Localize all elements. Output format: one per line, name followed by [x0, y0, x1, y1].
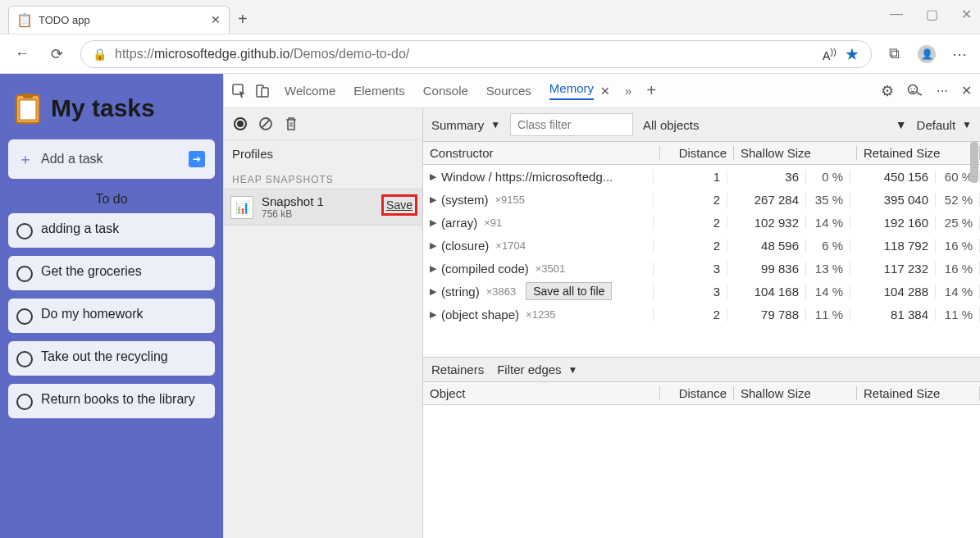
task-item[interactable]: Return books to the library	[8, 384, 215, 418]
summary-dropdown[interactable]: Summary▼	[431, 118, 500, 132]
back-button[interactable]: ←	[11, 45, 33, 62]
cell-constructor: ▶(closure)×1704	[423, 239, 654, 253]
cell-distance: 2	[654, 216, 727, 230]
favorite-star-icon[interactable]: ★	[845, 44, 859, 64]
url-text: https://microsoftedge.github.io/Demos/de…	[115, 47, 409, 62]
record-icon[interactable]	[234, 117, 247, 130]
col-r-shallow[interactable]: Shallow Size	[734, 386, 857, 400]
retainers-header: Object Distance Shallow Size Retained Si…	[423, 382, 980, 405]
col-shallow[interactable]: Shallow Size	[734, 146, 857, 160]
task-label: Get the groceries	[41, 264, 142, 279]
col-retained[interactable]: Retained Size	[857, 146, 980, 160]
add-task-card[interactable]: ＋ Add a task ➔	[8, 139, 215, 179]
minimize-button[interactable]: —	[890, 7, 903, 22]
expand-triangle-icon[interactable]: ▶	[430, 217, 436, 228]
devtools-tab-sources[interactable]: Sources	[486, 84, 531, 98]
task-item[interactable]: Do my homework	[8, 299, 215, 333]
heap-row[interactable]: ▶(string)×3863Save all to file3104 16814…	[423, 280, 980, 303]
expand-triangle-icon[interactable]: ▶	[430, 240, 436, 251]
task-label: Return books to the library	[41, 392, 195, 407]
expand-triangle-icon[interactable]: ▶	[430, 263, 436, 274]
close-icon[interactable]: ✕	[211, 13, 221, 26]
cell-shallow-pct: 35 %	[806, 193, 850, 207]
retainers-tab[interactable]: Retainers	[431, 362, 484, 376]
expand-triangle-icon[interactable]: ▶	[430, 286, 436, 297]
class-filter-input[interactable]	[510, 113, 633, 136]
close-window-button[interactable]: ✕	[961, 7, 972, 22]
maximize-button[interactable]: ▢	[926, 7, 938, 22]
cell-shallow-pct: 0 %	[806, 170, 850, 184]
task-item[interactable]: Get the groceries	[8, 256, 215, 290]
avatar[interactable]: 👤	[918, 45, 936, 63]
plus-icon: ＋	[18, 149, 33, 169]
task-radio-icon[interactable]	[16, 266, 33, 282]
more-icon[interactable]: ⋯	[950, 45, 969, 63]
devtools-tab-welcome[interactable]: Welcome	[285, 84, 335, 98]
heap-grid: Constructor Distance Shallow Size Retain…	[423, 142, 980, 357]
read-aloud-icon[interactable]: A))	[823, 46, 836, 62]
address-bar[interactable]: 🔒 https://microsoftedge.github.io/Demos/…	[80, 40, 872, 68]
col-constructor[interactable]: Constructor	[423, 146, 660, 160]
section-todo: To do	[8, 192, 215, 207]
task-radio-icon[interactable]	[16, 308, 33, 325]
col-object[interactable]: Object	[423, 386, 660, 400]
expand-triangle-icon[interactable]: ▶	[430, 171, 436, 182]
all-objects-dropdown[interactable]: All objects	[643, 118, 699, 132]
cell-shallow-pct: 14 %	[806, 216, 850, 230]
window-controls: — ▢ ✕	[890, 7, 972, 22]
devtools-tab-elements[interactable]: Elements	[353, 84, 405, 98]
heap-row[interactable]: ▶(compiled code)×3501399 83613 %117 2321…	[423, 257, 980, 280]
clear-icon[interactable]	[258, 116, 273, 131]
heap-row[interactable]: ▶(array)×912102 93214 %192 16025 %	[423, 211, 980, 234]
close-tab-icon[interactable]: ✕	[600, 84, 610, 98]
all-objects-caret-icon[interactable]: ▼	[896, 118, 907, 131]
filter-edges-dropdown[interactable]: Filter edges▼	[497, 362, 577, 376]
task-label: Do my homework	[41, 307, 143, 321]
inspect-icon[interactable]	[232, 84, 247, 98]
col-r-distance[interactable]: Distance	[660, 386, 734, 400]
heap-row[interactable]: ▶(closure)×1704248 5966 %118 79216 %	[423, 234, 980, 257]
task-radio-icon[interactable]	[16, 223, 33, 239]
more-tabs-icon[interactable]: »	[625, 84, 631, 98]
heap-row[interactable]: ▶(system)×91552267 28435 %395 04052 %	[423, 188, 980, 211]
retainers-bar: Retainers Filter edges▼	[423, 357, 980, 382]
settings-gear-icon[interactable]: ⚙	[881, 82, 894, 100]
heap-snapshots-label: HEAP SNAPSHOTS	[224, 167, 422, 189]
heap-row[interactable]: ▶Window / https://microsoftedg...1360 %4…	[423, 165, 980, 188]
col-distance[interactable]: Distance	[660, 146, 734, 160]
default-dropdown[interactable]: Default▼	[917, 118, 972, 132]
scrollbar[interactable]	[969, 142, 978, 357]
new-tab-button[interactable]: +	[238, 10, 248, 29]
task-item[interactable]: adding a task	[8, 213, 215, 248]
cell-constructor: ▶(string)×3863Save all to file	[423, 282, 654, 300]
heap-row[interactable]: ▶(object shape)×1235279 78811 %81 38411 …	[423, 303, 980, 326]
kebab-icon[interactable]: ⋯	[937, 84, 948, 98]
submit-arrow-icon[interactable]: ➔	[189, 151, 205, 167]
task-radio-icon[interactable]	[16, 351, 33, 367]
task-label: adding a task	[41, 221, 119, 236]
expand-triangle-icon[interactable]: ▶	[430, 194, 436, 205]
refresh-button[interactable]: ⟳	[46, 45, 67, 63]
cell-distance: 3	[654, 262, 727, 276]
profiles-toolbar	[224, 108, 422, 140]
memory-panel: Summary▼ All objects ▼ Default▼ Construc…	[423, 108, 980, 538]
task-item[interactable]: Take out the recycling	[8, 341, 215, 376]
snapshot-row[interactable]: 📊 Snapshot 1 756 kB Save	[224, 189, 422, 226]
cell-retained: 117 232	[850, 262, 936, 276]
add-panel-icon[interactable]: +	[646, 81, 656, 100]
expand-triangle-icon[interactable]: ▶	[430, 309, 436, 320]
svg-point-8	[914, 88, 915, 89]
device-toggle-icon[interactable]	[255, 84, 270, 98]
devtools-tab-memory[interactable]: Memory	[549, 81, 594, 100]
devtools-tab-console[interactable]: Console	[423, 84, 468, 98]
cell-shallow-pct: 14 %	[806, 285, 850, 299]
collections-icon[interactable]: ⧉	[885, 45, 903, 62]
col-r-retained[interactable]: Retained Size	[857, 386, 980, 400]
task-radio-icon[interactable]	[16, 394, 33, 410]
snapshot-save-link[interactable]: Save	[381, 194, 417, 216]
close-devtools-icon[interactable]: ✕	[961, 83, 972, 98]
cell-retained: 450 156	[850, 170, 936, 184]
delete-icon[interactable]	[285, 116, 298, 131]
browser-tab[interactable]: 📋 TODO app ✕	[8, 6, 230, 34]
feedback-icon[interactable]	[907, 84, 923, 98]
